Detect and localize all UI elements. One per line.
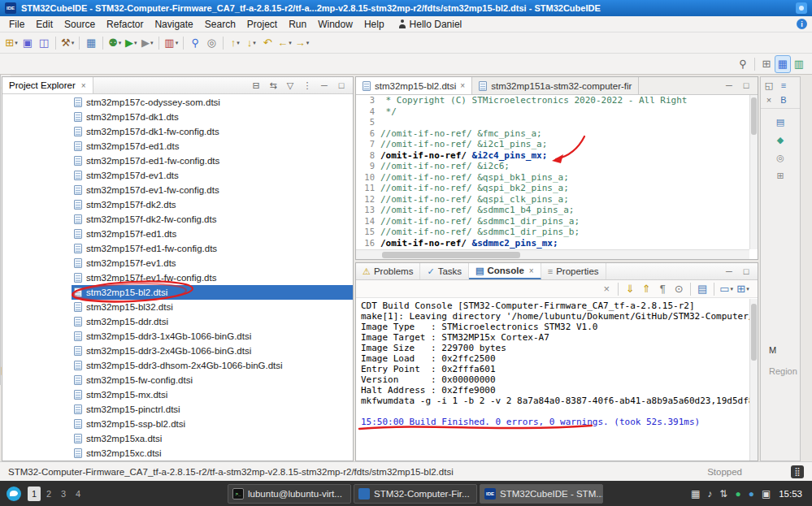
tree-item[interactable]: stm32mp15-ddr3-1x4Gb-1066-binG.dtsi <box>72 329 353 344</box>
new-wizard-icon[interactable]: ⊞▾ <box>3 34 20 52</box>
dropdown-arrow-icon[interactable]: ▾ <box>134 40 137 46</box>
tab-console[interactable]: ▤Console× <box>469 263 541 279</box>
dropdown-arrow-icon[interactable]: ▾ <box>237 40 240 46</box>
view-menu-icon[interactable]: ⋮ <box>299 78 315 93</box>
menu-file[interactable]: File <box>3 17 30 32</box>
forward-icon[interactable]: →▾ <box>293 34 311 52</box>
scroll-top-icon[interactable]: ⇑ <box>638 280 654 298</box>
remove-launch-icon[interactable]: × <box>598 280 614 298</box>
open-element-icon[interactable]: ◎ <box>203 34 219 52</box>
scroll-lock-icon[interactable]: ⇓ <box>622 280 638 298</box>
run-icon[interactable]: ▶▾ <box>123 34 139 52</box>
previous-annotation-icon[interactable]: ↑▾ <box>227 34 243 52</box>
save-icon[interactable]: ▣ <box>20 34 36 52</box>
menu-help[interactable]: Help <box>358 17 390 32</box>
volume-tray-icon[interactable]: ♪ <box>707 489 712 499</box>
code-editor[interactable]: 3 * Copyright (C) STMicroelectronics 202… <box>356 95 749 249</box>
taskbar-window-files[interactable]: STM32-Computer-Fir... <box>354 484 477 504</box>
editor-vertical-scrollbar[interactable] <box>749 95 758 249</box>
bluetooth-tray-icon[interactable]: ● <box>749 489 754 499</box>
external-tools-icon[interactable]: ▶▾ <box>139 34 155 52</box>
maximize-icon[interactable]: □ <box>333 78 350 93</box>
build-all-icon[interactable]: ⚒▾ <box>59 34 76 52</box>
tree-item[interactable]: stm32mp15-bl2.dtsi <box>72 285 353 300</box>
display-tray-icon[interactable]: ▣ <box>762 489 771 499</box>
filter-icon[interactable]: ▽ <box>282 78 298 93</box>
scrollbar-thumb[interactable] <box>382 252 520 258</box>
menu-refactor[interactable]: Refactor <box>101 17 149 32</box>
coverage-icon[interactable]: ▥▾ <box>163 34 180 52</box>
tab-tasks[interactable]: ✓Tasks <box>420 263 469 279</box>
menu-edit[interactable]: Edit <box>30 17 59 32</box>
update-tray-icon[interactable]: ● <box>735 489 740 499</box>
close-icon[interactable]: × <box>460 81 465 90</box>
tree-item[interactable]: stm32mp15-mx.dtsi <box>72 387 353 402</box>
dropdown-arrow-icon[interactable]: ▾ <box>176 40 179 46</box>
tree-item[interactable]: stm32mp157f-ev1-fw-config.dts <box>72 270 353 285</box>
minimized-view-label-region[interactable]: Region <box>769 366 797 376</box>
tab-properties[interactable]: ≡Properties <box>541 263 606 279</box>
tree-item[interactable]: stm32mp157f-dk2-fw-config.dts <box>72 212 353 227</box>
dropdown-arrow-icon[interactable]: ▾ <box>119 40 122 46</box>
console-vertical-scrollbar[interactable] <box>749 299 758 461</box>
keyboard-tray-icon[interactable]: ▦ <box>691 489 700 499</box>
tree-item[interactable]: stm32mp157d-dk1-fw-config.dts <box>72 124 353 139</box>
tree-item[interactable]: stm32mp157d-ed1.dts <box>72 139 353 154</box>
taskbar-window-ide[interactable]: IDESTM32CubeIDE - STM... <box>480 484 603 504</box>
tree-item[interactable]: stm32mp157d-ev1.dts <box>72 168 353 183</box>
tree-item[interactable]: stm32mp157f-dk2.dts <box>72 197 353 212</box>
workspace-4[interactable]: 4 <box>72 487 85 501</box>
close-icon[interactable]: × <box>81 81 86 90</box>
target-view-icon[interactable]: ◎ <box>774 151 787 164</box>
information-center-icon[interactable]: i <box>797 19 807 29</box>
menu-navigate[interactable]: Navigate <box>149 17 198 32</box>
word-wrap-icon[interactable]: ¶ <box>654 280 671 298</box>
taskbar-window-terminal[interactable]: >_lubuntu@lubuntu-virt... <box>228 484 351 504</box>
editor-tab[interactable]: stm32mp151a-stm32-computer-fir <box>472 77 639 94</box>
grid-view-icon[interactable]: ⊞ <box>774 169 787 182</box>
tree-item[interactable]: stm32mp15-ssp-bl2.dtsi <box>72 417 353 431</box>
tree-item[interactable]: stm32mp15-ddr3-dhsom-2x4Gb-1066-binG.dts… <box>72 358 353 373</box>
tree-item[interactable]: stm32mp157f-ed1-fw-config.dts <box>72 241 353 256</box>
maximize-icon[interactable]: □ <box>738 79 754 93</box>
window-menu-icon[interactable] <box>796 2 807 14</box>
open-perspective-icon[interactable]: ⊞ <box>758 55 775 73</box>
dropdown-arrow-icon[interactable]: ▾ <box>730 286 733 292</box>
keyboard-indicator-icon[interactable]: ⣿ <box>791 465 804 478</box>
link-editor-icon[interactable]: ⇆ <box>265 78 281 93</box>
editor-horizontal-scrollbar[interactable] <box>356 249 749 259</box>
outline-view-icon[interactable]: ≡ <box>777 79 790 92</box>
last-edit-location-icon[interactable]: ↶ <box>259 34 276 52</box>
lubuntu-menu-icon[interactable] <box>7 487 21 501</box>
tree-item[interactable]: stm32mp15xa.dtsi <box>72 431 353 446</box>
search-icon[interactable]: ⚲ <box>187 34 203 52</box>
display-console-icon[interactable]: ▭▾ <box>718 280 735 298</box>
minimize-icon[interactable]: ─ <box>721 264 737 279</box>
workspace-3[interactable]: 3 <box>57 487 70 501</box>
tree-item[interactable]: stm32mp157d-dk1.dts <box>72 110 353 124</box>
menu-search[interactable]: Search <box>199 17 241 32</box>
workspace-1[interactable]: 1 <box>28 487 41 501</box>
scrollbar-thumb[interactable] <box>751 304 757 361</box>
tree-item[interactable]: stm32mp157d-ev1-fw-config.dts <box>72 183 353 197</box>
tree-item[interactable]: stm32mp157f-ed1.dts <box>72 227 353 241</box>
menu-window[interactable]: Window <box>312 17 358 32</box>
tree-item[interactable]: stm32mp15-ddr.dtsi <box>72 314 353 329</box>
diamond-view-icon[interactable]: ◆ <box>774 133 787 146</box>
layers-view-icon[interactable]: ▤ <box>774 115 787 128</box>
tab-problems[interactable]: ⚠Problems <box>356 263 420 279</box>
new-connection-icon[interactable]: ▦ <box>83 34 99 52</box>
tab-project-explorer[interactable]: Project Explorer × <box>2 77 93 93</box>
console-output[interactable]: CDT Build Console [STM32-Computer-Firmwa… <box>356 299 749 461</box>
device-config-perspective-icon[interactable]: ▥ <box>791 55 807 73</box>
tree-item[interactable]: stm32mp157f-ev1.dts <box>72 256 353 270</box>
tree-item[interactable]: stm32mp15-pinctrl.dtsi <box>72 402 353 417</box>
minimize-icon[interactable]: ─ <box>721 79 737 93</box>
user-chip[interactable]: Hello Daniel <box>398 19 462 30</box>
clear-console-icon[interactable]: ▤ <box>694 280 710 298</box>
dropdown-arrow-icon[interactable]: ▾ <box>15 40 18 46</box>
minimized-view-label-m[interactable]: M <box>769 345 776 355</box>
menu-run[interactable]: Run <box>283 17 312 32</box>
next-annotation-icon[interactable]: ↓▾ <box>243 34 259 52</box>
editor-tab[interactable]: stm32mp15-bl2.dtsi× <box>356 77 472 94</box>
